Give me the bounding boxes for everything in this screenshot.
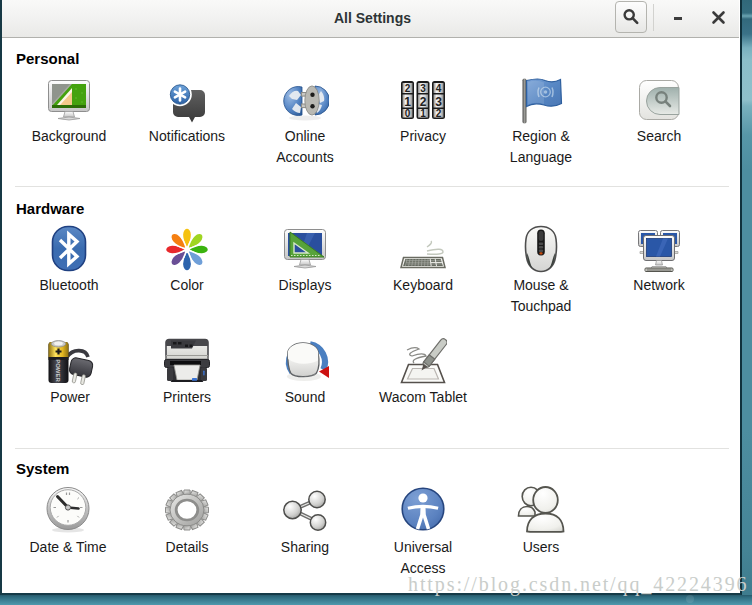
svg-text:2: 2 (436, 108, 442, 119)
svg-text:0: 0 (405, 108, 411, 119)
svg-text:1: 1 (420, 108, 426, 119)
svg-text:4: 4 (436, 83, 442, 94)
svg-text:3: 3 (420, 83, 426, 94)
svg-text:2: 2 (405, 83, 411, 94)
svg-text:2: 2 (420, 95, 427, 109)
svg-text:1: 1 (404, 95, 411, 109)
svg-text:POWER: POWER (55, 359, 61, 382)
svg-text:3: 3 (435, 95, 442, 109)
